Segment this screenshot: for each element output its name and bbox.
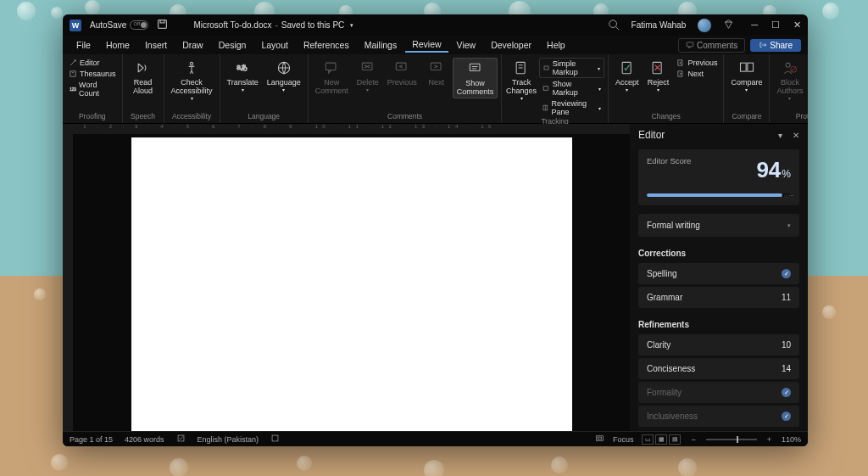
comments-button[interactable]: Comments bbox=[678, 38, 745, 53]
document-page[interactable] bbox=[131, 137, 572, 431]
metric-grammar[interactable]: Grammar11 bbox=[638, 287, 799, 308]
menu-mailings[interactable]: Mailings bbox=[358, 38, 404, 52]
editor-score-card[interactable]: Editor Score 94 % ○○─ bbox=[638, 149, 799, 205]
translate-button[interactable]: aあTranslate▾ bbox=[224, 58, 262, 93]
close-button[interactable]: ✕ bbox=[793, 20, 801, 31]
metric-value: ✓ bbox=[782, 412, 791, 421]
svg-rect-16 bbox=[397, 63, 407, 70]
chevron-down-icon: ▾ bbox=[787, 222, 791, 229]
user-avatar[interactable] bbox=[698, 19, 711, 32]
read-mode-button[interactable]: ▭ bbox=[642, 434, 654, 445]
menu-help[interactable]: Help bbox=[540, 38, 572, 52]
delete-comment-button: Delete▾ bbox=[353, 58, 382, 93]
menu-layout[interactable]: Layout bbox=[254, 38, 295, 52]
word-count-button[interactable]: 123Word Count bbox=[66, 80, 119, 98]
menu-draw[interactable]: Draw bbox=[175, 38, 210, 52]
thesaurus-button[interactable]: Thesaurus bbox=[66, 69, 119, 79]
metric-label: Conciseness bbox=[647, 364, 695, 373]
menu-home[interactable]: Home bbox=[99, 38, 136, 52]
ribbon-group-comments: New Comment Delete▾ Previous Next Show C… bbox=[309, 54, 503, 123]
status-bar: Page 1 of 15 4206 words English (Pakista… bbox=[63, 431, 808, 446]
menu-insert[interactable]: Insert bbox=[138, 38, 174, 52]
user-name[interactable]: Fatima Wahab bbox=[632, 20, 687, 30]
markup-mode-select[interactable]: Simple Markup▾ bbox=[539, 58, 604, 78]
reject-button[interactable]: Reject▾ bbox=[643, 58, 672, 93]
zoom-slider[interactable] bbox=[706, 439, 757, 440]
document-viewport[interactable] bbox=[73, 134, 630, 431]
menu-design[interactable]: Design bbox=[212, 38, 253, 52]
menu-view[interactable]: View bbox=[450, 38, 483, 52]
ribbon-group-protect: Block Authors▾ Restrict Editing Protect bbox=[770, 54, 808, 123]
editor-button[interactable]: Editor bbox=[66, 58, 119, 68]
svg-rect-24 bbox=[544, 66, 548, 70]
metric-inclusiveness[interactable]: Inclusiveness✓ bbox=[638, 406, 799, 427]
save-icon[interactable] bbox=[157, 19, 168, 31]
language-indicator[interactable]: English (Pakistan) bbox=[198, 435, 259, 444]
ribbon-group-accessibility: Check Accessibility▾ Accessibility bbox=[164, 54, 220, 123]
score-value: 94 bbox=[756, 157, 781, 183]
reviewing-pane-button[interactable]: Reviewing Pane▾ bbox=[539, 98, 604, 117]
next-change-button[interactable]: Next bbox=[674, 69, 720, 79]
check-accessibility-button[interactable]: Check Accessibility▾ bbox=[168, 58, 216, 102]
vertical-ruler[interactable] bbox=[63, 134, 73, 431]
refinements-heading: Refinements bbox=[638, 320, 799, 329]
track-changes-button[interactable]: Track Changes▾ bbox=[505, 58, 537, 102]
metric-value: 14 bbox=[782, 364, 791, 373]
comments-button-label: Comments bbox=[697, 41, 737, 50]
menu-file[interactable]: File bbox=[70, 38, 97, 52]
block-authors-button: Block Authors▾ bbox=[773, 58, 806, 102]
spell-check-icon[interactable] bbox=[176, 434, 186, 445]
word-count-indicator[interactable]: 4206 words bbox=[125, 435, 164, 444]
metric-conciseness[interactable]: Conciseness14 bbox=[638, 358, 799, 379]
minimize-button[interactable]: ─ bbox=[751, 20, 758, 31]
web-layout-button[interactable]: ▤ bbox=[669, 434, 681, 445]
accept-button[interactable]: Accept▾ bbox=[612, 58, 643, 93]
new-comment-button[interactable]: New Comment bbox=[312, 58, 352, 97]
metric-label: Clarity bbox=[647, 340, 670, 350]
previous-change-button[interactable]: Previous bbox=[674, 58, 720, 68]
svg-rect-18 bbox=[470, 64, 480, 70]
read-aloud-button[interactable]: Read Aloud bbox=[126, 58, 160, 97]
menu-references[interactable]: References bbox=[297, 38, 356, 52]
group-label: Accessibility bbox=[168, 112, 216, 121]
focus-mode-icon[interactable] bbox=[595, 434, 604, 445]
horizontal-ruler[interactable]: · 1 · 2 · 3 · 4 · 5 · 6 · 7 · 8 · 9 · 10… bbox=[63, 124, 630, 134]
print-layout-button[interactable]: ▦ bbox=[655, 434, 667, 445]
maximize-button[interactable]: ☐ bbox=[771, 20, 780, 31]
writing-style-select[interactable]: Formal writing ▾ bbox=[638, 214, 799, 237]
zoom-level[interactable]: 110% bbox=[782, 435, 801, 444]
metric-formality[interactable]: Formality✓ bbox=[638, 382, 799, 403]
zoom-out-button[interactable]: − bbox=[689, 435, 697, 444]
compare-button[interactable]: Compare▾ bbox=[727, 58, 765, 93]
share-button-label: Share bbox=[770, 41, 793, 50]
content-area: · 1 · 2 · 3 · 4 · 5 · 6 · 7 · 8 · 9 · 10… bbox=[63, 124, 808, 431]
pane-options-icon[interactable]: ▾ bbox=[778, 131, 782, 140]
svg-rect-28 bbox=[622, 62, 631, 73]
zoom-in-button[interactable]: + bbox=[765, 435, 773, 444]
toggle-off-icon[interactable]: Off bbox=[130, 20, 148, 30]
pane-close-icon[interactable]: ✕ bbox=[793, 131, 799, 140]
ribbon-group-tracking: Track Changes▾ Simple Markup▾ Show Marku… bbox=[502, 54, 609, 123]
macro-icon[interactable] bbox=[270, 434, 280, 445]
title-bar[interactable]: W AutoSave Off Microsoft To-do.docx - Sa… bbox=[63, 14, 808, 36]
show-markup-button[interactable]: Show Markup▾ bbox=[539, 79, 604, 98]
word-window: W AutoSave Off Microsoft To-do.docx - Sa… bbox=[63, 14, 808, 446]
menu-review[interactable]: Review bbox=[405, 37, 448, 53]
show-comments-button[interactable]: Show Comments bbox=[453, 58, 498, 98]
svg-rect-17 bbox=[431, 63, 441, 70]
svg-line-36 bbox=[792, 67, 796, 71]
page-indicator[interactable]: Page 1 of 15 bbox=[70, 435, 113, 444]
autosave-toggle[interactable]: AutoSave Off bbox=[90, 20, 148, 30]
metric-spelling[interactable]: Spelling✓ bbox=[638, 263, 799, 284]
score-progress-bar: ○○─ bbox=[647, 193, 791, 197]
metric-value: ✓ bbox=[782, 388, 791, 397]
metric-clarity[interactable]: Clarity10 bbox=[638, 334, 799, 356]
document-title[interactable]: Microsoft To-do.docx - Saved to this PC … bbox=[193, 20, 353, 30]
chevron-down-icon[interactable]: ▾ bbox=[350, 22, 353, 29]
language-button[interactable]: Language▾ bbox=[264, 58, 304, 93]
menu-developer[interactable]: Developer bbox=[484, 38, 538, 52]
search-icon[interactable] bbox=[608, 19, 620, 32]
share-button[interactable]: Share bbox=[750, 39, 801, 52]
focus-label[interactable]: Focus bbox=[613, 435, 634, 444]
diamond-icon[interactable] bbox=[723, 19, 734, 31]
